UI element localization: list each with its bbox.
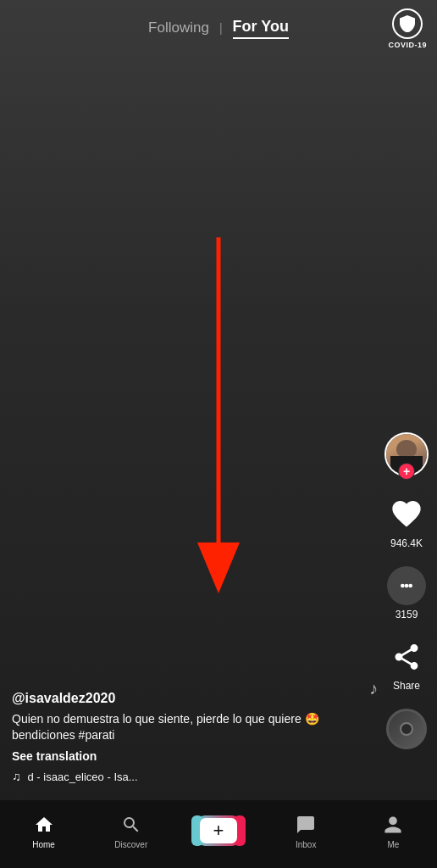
covid-button[interactable]: COVID-19 <box>388 8 427 49</box>
creator-avatar[interactable]: + <box>384 432 429 476</box>
top-navigation: Following | For You COVID-19 <box>0 0 437 56</box>
comment-icon <box>387 566 426 605</box>
comments-count: 3159 <box>396 609 418 620</box>
home-label: Home <box>32 840 55 849</box>
music-title: d - isaac_eliceo - Isa... <box>28 771 138 783</box>
like-action[interactable]: 946.4K <box>386 493 427 549</box>
share-icon <box>387 637 426 676</box>
music-note-icon: ♫ <box>12 770 21 783</box>
bottom-navigation: Home Discover + Inbox Me <box>0 800 437 868</box>
share-action[interactable]: Share <box>387 637 426 692</box>
likes-count: 946.4K <box>390 537 423 549</box>
music-disc-inner <box>400 722 413 736</box>
share-label: Share <box>393 680 420 692</box>
music-info[interactable]: ♫ d - isaac_eliceo - Isa... <box>12 770 369 783</box>
plus-icon: + <box>200 818 237 843</box>
video-info: @isavaldez2020 Quien no demuestra lo que… <box>12 691 369 783</box>
comments-action[interactable]: 3159 <box>387 566 426 620</box>
nav-home[interactable]: Home <box>0 813 87 849</box>
me-label: Me <box>387 840 399 849</box>
see-translation-button[interactable]: See translation <box>12 749 369 763</box>
heart-icon[interactable] <box>386 493 427 534</box>
discover-label: Discover <box>114 840 147 849</box>
svg-point-3 <box>405 584 409 588</box>
nav-divider: | <box>219 21 223 35</box>
covid-shield-icon <box>392 8 423 39</box>
inbox-label: Inbox <box>296 840 316 849</box>
create-button[interactable]: + <box>196 815 241 846</box>
svg-point-4 <box>408 584 412 588</box>
video-caption: Quien no demuestra lo que siente, pierde… <box>12 711 369 744</box>
music-note-float: ♪ <box>369 679 378 698</box>
follow-plus-badge[interactable]: + <box>398 463 415 480</box>
nav-discover[interactable]: Discover <box>87 813 174 849</box>
search-icon <box>119 813 143 837</box>
nav-me[interactable]: Me <box>350 813 437 849</box>
nav-inbox[interactable]: Inbox <box>263 813 350 849</box>
covid-label: COVID-19 <box>388 41 427 49</box>
right-sidebar: + 946.4K 3159 Share <box>384 432 429 749</box>
following-tab[interactable]: Following <box>148 19 209 36</box>
home-icon <box>32 813 56 837</box>
inbox-icon <box>294 813 318 837</box>
profile-icon <box>381 813 405 837</box>
creator-username[interactable]: @isavaldez2020 <box>12 691 369 706</box>
svg-point-2 <box>401 584 405 588</box>
nav-create[interactable]: + <box>174 815 262 846</box>
music-disc <box>386 709 427 749</box>
foryou-tab[interactable]: For You <box>233 18 289 39</box>
